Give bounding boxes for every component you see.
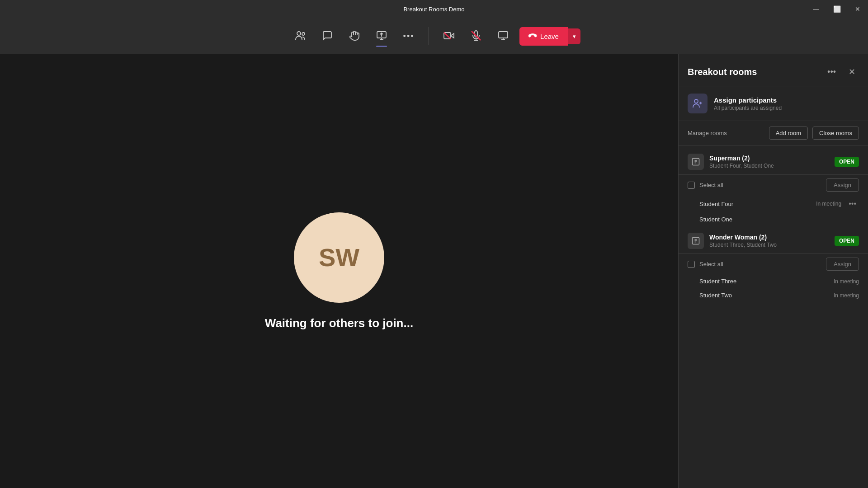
participants-icon xyxy=(295,30,306,42)
assign-text: Assign participants All participants are… xyxy=(714,96,782,111)
avatar-initials: SW xyxy=(319,243,359,272)
minimize-button[interactable]: — xyxy=(806,0,826,18)
avatar: SW xyxy=(294,212,384,303)
raise-hand-icon xyxy=(349,30,360,42)
svg-line-5 xyxy=(444,33,451,39)
svg-point-0 xyxy=(297,32,301,35)
wonder-woman-student-three-name: Student Three xyxy=(699,278,829,285)
chat-icon xyxy=(322,30,333,42)
room-superman: Superman (2) Student Four, Student One O… xyxy=(679,149,868,226)
close-rooms-button[interactable]: Close rooms xyxy=(812,127,859,140)
superman-student-one-row: Student One xyxy=(679,212,868,226)
panel-title: Breakout rooms xyxy=(688,67,757,77)
room-wonder-woman-status: OPEN xyxy=(835,236,859,246)
main-content: SW Waiting for others to join... Breakou… xyxy=(0,54,868,488)
waiting-text: Waiting for others to join... xyxy=(265,316,413,330)
wonder-woman-select-all-row: Select all Assign xyxy=(679,253,868,274)
leave-button-wrapper: Leave ▾ xyxy=(519,27,580,46)
leave-phone-icon xyxy=(528,32,537,41)
video-area: SW Waiting for others to join... xyxy=(0,54,678,488)
room-superman-info: Superman (2) Student Four, Student One xyxy=(709,155,829,169)
share-content-button[interactable] xyxy=(491,23,516,49)
wonder-woman-assign-button[interactable]: Assign xyxy=(826,258,859,271)
close-button[interactable]: ✕ xyxy=(847,0,868,18)
superman-select-all-row: Select all Assign xyxy=(679,174,868,195)
leave-label: Leave xyxy=(540,33,559,40)
mute-icon xyxy=(471,30,481,42)
assign-participants-subtitle: All participants are assigned xyxy=(714,105,782,111)
room-superman-members: Student Four, Student One xyxy=(709,163,829,169)
room-wonder-woman-icon xyxy=(688,233,704,249)
wonder-woman-select-all-label: Select all xyxy=(699,261,821,267)
room-superman-header[interactable]: Superman (2) Student Four, Student One O… xyxy=(679,149,868,174)
svg-point-10 xyxy=(694,99,698,103)
rooms-list: Superman (2) Student Four, Student One O… xyxy=(679,145,868,488)
panel-header-actions: ••• ✕ xyxy=(824,65,859,79)
superman-select-all-checkbox[interactable] xyxy=(688,182,695,189)
manage-rooms-row: Manage rooms Add room Close rooms xyxy=(679,121,868,145)
room-superman-icon xyxy=(688,154,704,170)
superman-student-four-more-button[interactable]: ••• xyxy=(846,199,859,209)
room-wonder-woman-members: Student Three, Student Two xyxy=(709,242,829,248)
leave-button[interactable]: Leave xyxy=(519,27,568,46)
panel-more-button[interactable]: ••• xyxy=(824,66,840,79)
superman-assign-button[interactable]: Assign xyxy=(826,178,859,192)
panel-header: Breakout rooms ••• ✕ xyxy=(679,54,868,86)
share-content-icon xyxy=(498,30,509,42)
title-bar: Breakout Rooms Demo — ⬜ ✕ xyxy=(0,0,868,18)
svg-point-1 xyxy=(302,33,305,35)
wonder-woman-student-two-status: In meeting xyxy=(834,292,859,299)
camera-icon xyxy=(443,30,454,42)
room-wonder-woman: Wonder Woman (2) Student Three, Student … xyxy=(679,228,868,302)
toolbar-left: ••• xyxy=(288,23,421,49)
wonder-woman-select-all-checkbox[interactable] xyxy=(688,261,695,268)
manage-rooms-label: Manage rooms xyxy=(688,130,764,136)
participants-button[interactable] xyxy=(288,23,313,49)
panel-close-button[interactable]: ✕ xyxy=(845,65,859,79)
superman-student-four-status: In meeting xyxy=(816,201,841,207)
share-screen-button[interactable] xyxy=(369,23,394,49)
toolbar-right xyxy=(436,23,516,49)
camera-button[interactable] xyxy=(436,23,462,49)
room-superman-name: Superman (2) xyxy=(709,155,829,162)
mute-button[interactable] xyxy=(463,23,489,49)
wonder-woman-student-three-status: In meeting xyxy=(834,278,859,285)
room-wonder-woman-name: Wonder Woman (2) xyxy=(709,234,829,241)
room-superman-status: OPEN xyxy=(835,157,859,167)
svg-rect-9 xyxy=(499,32,508,38)
wonder-woman-student-two-name: Student Two xyxy=(699,292,829,299)
window-title: Breakout Rooms Demo xyxy=(403,6,464,13)
assign-participants-section: Assign participants All participants are… xyxy=(679,86,868,121)
superman-student-four-name: Student Four xyxy=(699,201,811,207)
chat-button[interactable] xyxy=(315,23,340,49)
leave-dropdown-button[interactable]: ▾ xyxy=(568,28,580,44)
wonder-woman-student-three-row: Student Three In meeting xyxy=(679,274,868,288)
more-button[interactable]: ••• xyxy=(396,23,421,49)
add-room-button[interactable]: Add room xyxy=(769,127,808,140)
more-icon: ••• xyxy=(403,32,415,40)
share-screen-icon xyxy=(376,30,387,42)
breakout-panel: Breakout rooms ••• ✕ Assign participants… xyxy=(678,54,868,488)
superman-student-one-name: Student One xyxy=(699,216,854,223)
maximize-button[interactable]: ⬜ xyxy=(826,0,847,18)
raise-hand-button[interactable] xyxy=(342,23,367,49)
toolbar-divider xyxy=(429,27,429,45)
wonder-woman-student-two-row: Student Two In meeting xyxy=(679,288,868,302)
superman-select-all-label: Select all xyxy=(699,182,821,188)
svg-marker-3 xyxy=(451,33,454,38)
assign-participants-title: Assign participants xyxy=(714,96,782,104)
toolbar: ••• xyxy=(0,18,868,54)
superman-student-four-row: Student Four In meeting ••• xyxy=(679,195,868,212)
assign-participants-icon xyxy=(688,94,708,113)
window-controls: — ⬜ ✕ xyxy=(806,0,868,18)
room-wonder-woman-info: Wonder Woman (2) Student Three, Student … xyxy=(709,234,829,248)
room-wonder-woman-header[interactable]: Wonder Woman (2) Student Three, Student … xyxy=(679,228,868,253)
leave-arrow-icon: ▾ xyxy=(573,33,576,40)
